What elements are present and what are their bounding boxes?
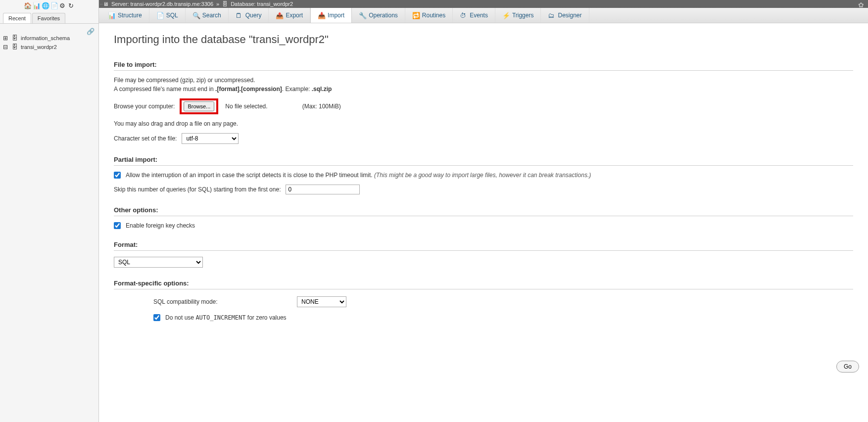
format-select[interactable]: SQL bbox=[114, 257, 203, 268]
browse-highlight: Browse... bbox=[180, 98, 218, 114]
browse-button[interactable]: Browse... bbox=[184, 101, 214, 111]
sql-compat-row: SQL compatibility mode: NONE bbox=[114, 296, 853, 307]
import-icon: 📥 bbox=[318, 12, 325, 19]
tab-label: Import bbox=[328, 12, 344, 19]
db-tree: ⊞ 🗄 information_schema ⊟ 🗄 transi_wordpr… bbox=[0, 32, 98, 53]
section-format-specific: Format-specific options: bbox=[114, 280, 853, 289]
tab-search[interactable]: 🔍Search bbox=[186, 8, 229, 23]
designer-icon: 🗂 bbox=[548, 12, 555, 19]
server-link[interactable]: Server: transi-wordpr2.db.transip.me:330… bbox=[111, 1, 213, 7]
dragdrop-hint: You may also drag and drop a file on any… bbox=[114, 120, 853, 127]
file-hint-2: A compressed file's name must end in .[f… bbox=[114, 86, 853, 93]
triggers-icon: ⚡ bbox=[502, 12, 509, 19]
expand-icon[interactable]: ⊞ bbox=[3, 35, 10, 42]
tab-label: Query bbox=[245, 12, 262, 19]
db-label: transi_wordpr2 bbox=[21, 44, 57, 50]
stats-icon[interactable]: 📊 bbox=[33, 2, 40, 9]
tab-label: Triggers bbox=[512, 12, 534, 19]
skip-row: Skip this number of queries (for SQL) st… bbox=[114, 185, 853, 194]
fk-row: Enable foreign key checks bbox=[114, 222, 853, 229]
doc-icon[interactable]: 📄 bbox=[50, 2, 57, 9]
database-icon: 🗄 bbox=[222, 1, 228, 7]
sql-compat-label: SQL compatibility mode: bbox=[153, 298, 292, 305]
home-icon[interactable]: 🏠 bbox=[24, 2, 31, 9]
tab-export[interactable]: 📤Export bbox=[269, 8, 310, 23]
tab-sql[interactable]: 📄SQL bbox=[149, 8, 186, 23]
sidebar-icon-row: 🏠 📊 🌐 📄 ⚙ ↻ bbox=[0, 0, 98, 11]
sidebar-tabs: Recent Favorites bbox=[0, 11, 98, 24]
main: 🖥 Server: transi-wordpr2.db.transip.me:3… bbox=[99, 0, 868, 422]
tab-operations[interactable]: 🔧Operations bbox=[352, 8, 405, 23]
skip-input[interactable] bbox=[286, 185, 360, 194]
settings-icon[interactable]: ✿ bbox=[858, 1, 864, 9]
gear-icon[interactable]: ⚙ bbox=[59, 2, 66, 9]
structure-icon: 📊 bbox=[108, 12, 115, 19]
reload-icon[interactable]: ↻ bbox=[68, 2, 75, 9]
tab-label: Export bbox=[286, 12, 303, 19]
sidebar-filter: 🔗 bbox=[0, 24, 98, 32]
no-file-label: No file selected. bbox=[225, 103, 267, 110]
db-item-information-schema[interactable]: ⊞ 🗄 information_schema bbox=[3, 34, 87, 43]
tab-label: SQL bbox=[166, 12, 178, 19]
go-button[interactable]: Go bbox=[836, 361, 859, 373]
db-link[interactable]: Database: transi_wordpr2 bbox=[231, 1, 293, 7]
query-icon: 🗒 bbox=[236, 12, 242, 19]
db-item-transi-wordpr2[interactable]: ⊟ 🗄 transi_wordpr2 bbox=[3, 43, 96, 51]
operations-icon: 🔧 bbox=[359, 12, 366, 19]
browse-row: Browse your computer: Browse... No file … bbox=[114, 98, 853, 114]
collapse-sidebar-icon[interactable]: ← bbox=[99, 1, 105, 8]
events-icon: ⏱ bbox=[460, 12, 467, 19]
tab-label: Designer bbox=[558, 12, 581, 19]
sql-compat-select[interactable]: NONE bbox=[297, 296, 346, 307]
fk-label: Enable foreign key checks bbox=[126, 222, 195, 229]
page-title: Importing into the database "transi_word… bbox=[114, 33, 853, 46]
section-other-options: Other options: bbox=[114, 206, 853, 216]
link-icon[interactable]: 🔗 bbox=[87, 28, 95, 35]
section-partial-import: Partial import: bbox=[114, 156, 853, 166]
breadcrumb-sep: » bbox=[216, 1, 219, 7]
max-size-label: (Max: 100MiB) bbox=[302, 103, 341, 110]
breadcrumb: 🖥 Server: transi-wordpr2.db.transip.me:3… bbox=[99, 0, 868, 8]
tab-triggers[interactable]: ⚡Triggers bbox=[495, 8, 541, 23]
skip-label: Skip this number of queries (for SQL) st… bbox=[114, 186, 281, 193]
charset-label: Character set of the file: bbox=[114, 135, 177, 142]
db-label: information_schema bbox=[21, 35, 70, 41]
routines-icon: 🔁 bbox=[412, 12, 419, 19]
sidebar: 🏠 📊 🌐 📄 ⚙ ↻ Recent Favorites 🔗 ⊞ 🗄 infor… bbox=[0, 0, 99, 422]
tab-designer[interactable]: 🗂Designer bbox=[541, 8, 589, 23]
file-hint-1: File may be compressed (gzip, zip) or un… bbox=[114, 77, 853, 84]
search-icon: 🔍 bbox=[193, 12, 199, 19]
main-tabs: 📊Structure 📄SQL 🔍Search 🗒Query 📤Export 📥… bbox=[99, 8, 868, 23]
no-auto-checkbox[interactable] bbox=[153, 314, 160, 321]
no-auto-row: Do not use AUTO_INCREMENT for zero value… bbox=[114, 314, 853, 321]
database-icon: 🗄 bbox=[12, 35, 19, 42]
format-row: SQL bbox=[114, 257, 853, 268]
database-icon: 🗄 bbox=[12, 44, 19, 50]
fk-checkbox[interactable] bbox=[114, 222, 121, 229]
interrupt-row: Allow the interruption of an import in c… bbox=[114, 172, 853, 179]
section-file-to-import: File to import: bbox=[114, 61, 853, 71]
world-icon[interactable]: 🌐 bbox=[42, 2, 48, 9]
tab-label: Operations bbox=[369, 12, 398, 19]
tab-label: Routines bbox=[422, 12, 445, 19]
expand-icon[interactable]: ⊟ bbox=[3, 44, 10, 50]
tab-routines[interactable]: 🔁Routines bbox=[405, 8, 453, 23]
tab-structure[interactable]: 📊Structure bbox=[101, 8, 149, 23]
tab-events[interactable]: ⏱Events bbox=[453, 8, 495, 23]
section-format: Format: bbox=[114, 241, 853, 251]
sidebar-tab-recent[interactable]: Recent bbox=[3, 13, 31, 23]
tab-label: Search bbox=[202, 12, 221, 19]
browse-label: Browse your computer: bbox=[114, 103, 175, 110]
sidebar-tab-favorites[interactable]: Favorites bbox=[32, 13, 65, 23]
tab-import[interactable]: 📥Import bbox=[310, 7, 352, 23]
tab-label: Structure bbox=[118, 12, 142, 19]
export-icon: 📤 bbox=[276, 12, 283, 19]
no-auto-label: Do not use AUTO_INCREMENT for zero value… bbox=[165, 314, 287, 321]
interrupt-label: Allow the interruption of an import in c… bbox=[126, 172, 591, 179]
sql-icon: 📄 bbox=[156, 12, 163, 19]
charset-select[interactable]: utf-8 bbox=[182, 133, 239, 144]
charset-row: Character set of the file: utf-8 bbox=[114, 133, 853, 144]
tab-query[interactable]: 🗒Query bbox=[229, 8, 269, 23]
interrupt-checkbox[interactable] bbox=[114, 172, 121, 179]
tab-label: Events bbox=[470, 12, 488, 19]
